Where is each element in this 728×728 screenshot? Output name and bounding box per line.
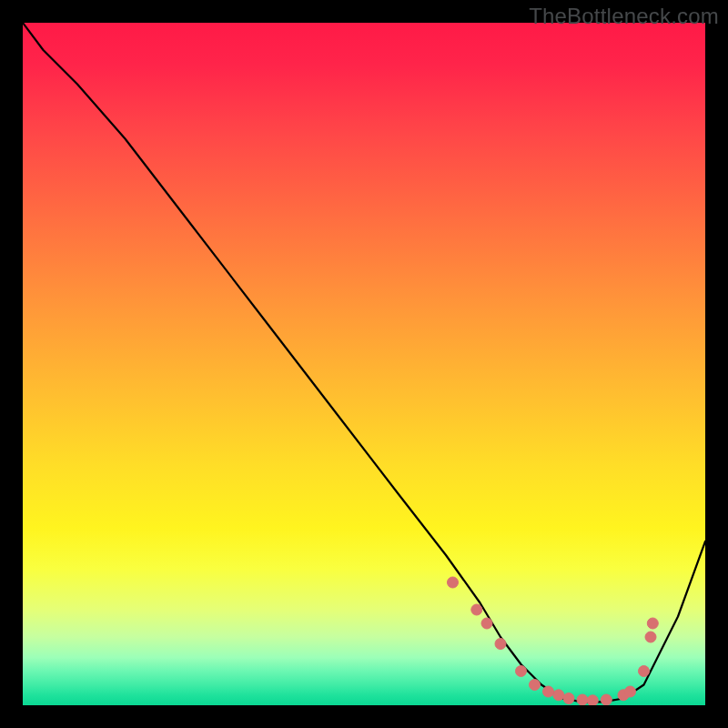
marker-dot [516, 666, 527, 677]
marker-dot [645, 632, 656, 642]
marker-dot [543, 686, 554, 697]
marker-dot [495, 639, 506, 650]
marker-dots [448, 577, 659, 705]
marker-dot [647, 618, 658, 629]
marker-dot [639, 666, 650, 677]
watermark-text: TheBottleneck.com [529, 4, 719, 29]
marker-dot [587, 695, 598, 705]
marker-dot [481, 618, 492, 629]
marker-dot [448, 577, 459, 588]
curve-layer [23, 23, 705, 705]
marker-dot [553, 690, 564, 701]
bottleneck-curve [23, 23, 705, 702]
marker-dot [563, 693, 574, 704]
marker-dot [530, 680, 541, 691]
marker-dot [471, 604, 482, 615]
marker-dot [577, 694, 588, 705]
marker-dot [601, 694, 612, 705]
plot-area [23, 23, 705, 705]
marker-dot [625, 686, 636, 697]
chart-frame: TheBottleneck.com [0, 0, 728, 728]
